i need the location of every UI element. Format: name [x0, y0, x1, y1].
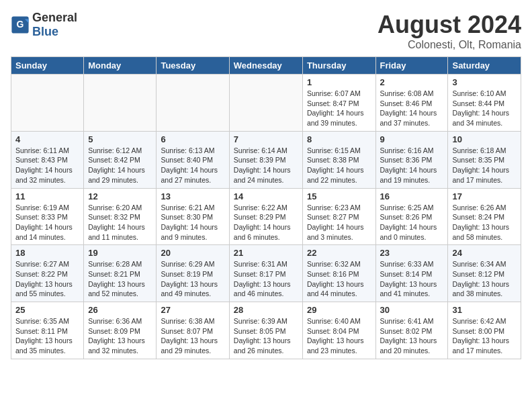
day-number: 22 — [307, 248, 371, 258]
calendar-cell: 6Sunrise: 6:13 AM Sunset: 8:40 PM Daylig… — [157, 131, 229, 188]
calendar-cell: 20Sunrise: 6:29 AM Sunset: 8:19 PM Dayli… — [157, 245, 229, 302]
day-info: Sunrise: 6:42 AM Sunset: 8:00 PM Dayligh… — [452, 316, 517, 356]
day-info: Sunrise: 6:10 AM Sunset: 8:44 PM Dayligh… — [452, 89, 517, 128]
week-row-4: 18Sunrise: 6:27 AM Sunset: 8:22 PM Dayli… — [11, 245, 521, 302]
day-info: Sunrise: 6:40 AM Sunset: 8:04 PM Dayligh… — [307, 316, 371, 356]
day-number: 24 — [452, 248, 517, 258]
calendar-cell: 31Sunrise: 6:42 AM Sunset: 8:00 PM Dayli… — [448, 302, 521, 359]
day-info: Sunrise: 6:25 AM Sunset: 8:26 PM Dayligh… — [380, 203, 444, 242]
calendar-cell: 9Sunrise: 6:16 AM Sunset: 8:36 PM Daylig… — [375, 131, 448, 188]
weekday-header-friday: Friday — [375, 57, 448, 75]
day-number: 23 — [380, 248, 444, 258]
day-info: Sunrise: 6:28 AM Sunset: 8:21 PM Dayligh… — [88, 259, 152, 299]
day-number: 28 — [234, 305, 298, 315]
day-info: Sunrise: 6:31 AM Sunset: 8:17 PM Dayligh… — [234, 259, 298, 299]
day-info: Sunrise: 6:36 AM Sunset: 8:09 PM Dayligh… — [88, 316, 152, 356]
day-info: Sunrise: 6:41 AM Sunset: 8:02 PM Dayligh… — [380, 316, 444, 356]
weekday-header-tuesday: Tuesday — [157, 57, 229, 75]
day-number: 7 — [234, 134, 298, 144]
day-number: 9 — [380, 134, 444, 144]
day-number: 10 — [452, 134, 517, 144]
calendar-cell: 5Sunrise: 6:12 AM Sunset: 8:42 PM Daylig… — [84, 131, 157, 188]
week-row-5: 25Sunrise: 6:35 AM Sunset: 8:11 PM Dayli… — [11, 302, 521, 359]
calendar-cell — [11, 75, 84, 132]
day-number: 31 — [452, 305, 517, 315]
calendar-cell: 22Sunrise: 6:32 AM Sunset: 8:16 PM Dayli… — [302, 245, 375, 302]
weekday-header-saturday: Saturday — [448, 57, 521, 75]
week-row-1: 1Sunrise: 6:07 AM Sunset: 8:47 PM Daylig… — [11, 75, 521, 132]
day-number: 8 — [307, 134, 371, 144]
calendar-cell: 12Sunrise: 6:20 AM Sunset: 8:32 PM Dayli… — [84, 188, 157, 245]
svg-text:G: G — [17, 19, 24, 30]
day-number: 29 — [307, 305, 371, 315]
weekday-header-row: SundayMondayTuesdayWednesdayThursdayFrid… — [11, 57, 521, 75]
calendar-cell: 23Sunrise: 6:33 AM Sunset: 8:14 PM Dayli… — [375, 245, 448, 302]
logo-text: General Blue — [32, 11, 77, 39]
day-info: Sunrise: 6:23 AM Sunset: 8:27 PM Dayligh… — [307, 203, 371, 242]
calendar-cell: 16Sunrise: 6:25 AM Sunset: 8:26 PM Dayli… — [375, 188, 448, 245]
day-info: Sunrise: 6:26 AM Sunset: 8:24 PM Dayligh… — [452, 203, 517, 242]
calendar-cell: 30Sunrise: 6:41 AM Sunset: 8:02 PM Dayli… — [375, 302, 448, 359]
day-number: 13 — [161, 191, 224, 201]
day-info: Sunrise: 6:39 AM Sunset: 8:05 PM Dayligh… — [234, 316, 298, 356]
day-info: Sunrise: 6:32 AM Sunset: 8:16 PM Dayligh… — [307, 259, 371, 299]
day-number: 20 — [161, 248, 224, 258]
calendar-cell: 14Sunrise: 6:22 AM Sunset: 8:29 PM Dayli… — [229, 188, 302, 245]
calendar-cell: 3Sunrise: 6:10 AM Sunset: 8:44 PM Daylig… — [448, 75, 521, 132]
calendar-cell: 24Sunrise: 6:34 AM Sunset: 8:12 PM Dayli… — [448, 245, 521, 302]
day-number: 5 — [88, 134, 152, 144]
calendar-cell: 18Sunrise: 6:27 AM Sunset: 8:22 PM Dayli… — [11, 245, 84, 302]
calendar-cell — [84, 75, 157, 132]
calendar-cell: 29Sunrise: 6:40 AM Sunset: 8:04 PM Dayli… — [302, 302, 375, 359]
calendar-cell: 26Sunrise: 6:36 AM Sunset: 8:09 PM Dayli… — [84, 302, 157, 359]
calendar-cell: 1Sunrise: 6:07 AM Sunset: 8:47 PM Daylig… — [302, 75, 375, 132]
calendar-cell: 10Sunrise: 6:18 AM Sunset: 8:35 PM Dayli… — [448, 131, 521, 188]
day-number: 17 — [452, 191, 517, 201]
day-number: 12 — [88, 191, 152, 201]
calendar-cell: 8Sunrise: 6:15 AM Sunset: 8:38 PM Daylig… — [302, 131, 375, 188]
logo: G General Blue — [11, 11, 77, 39]
calendar-cell — [157, 75, 229, 132]
title-block: August 2024 Colonesti, Olt, Romania — [378, 11, 521, 51]
day-info: Sunrise: 6:07 AM Sunset: 8:47 PM Dayligh… — [307, 89, 371, 128]
day-info: Sunrise: 6:38 AM Sunset: 8:07 PM Dayligh… — [161, 316, 224, 356]
day-info: Sunrise: 6:35 AM Sunset: 8:11 PM Dayligh… — [15, 316, 79, 356]
day-info: Sunrise: 6:34 AM Sunset: 8:12 PM Dayligh… — [452, 259, 517, 299]
day-info: Sunrise: 6:18 AM Sunset: 8:35 PM Dayligh… — [452, 146, 517, 185]
day-info: Sunrise: 6:21 AM Sunset: 8:30 PM Dayligh… — [161, 203, 224, 242]
day-number: 30 — [380, 305, 444, 315]
day-number: 25 — [15, 305, 79, 315]
calendar-cell: 13Sunrise: 6:21 AM Sunset: 8:30 PM Dayli… — [157, 188, 229, 245]
calendar-cell: 7Sunrise: 6:14 AM Sunset: 8:39 PM Daylig… — [229, 131, 302, 188]
weekday-header-thursday: Thursday — [302, 57, 375, 75]
day-number: 2 — [380, 77, 444, 87]
day-info: Sunrise: 6:16 AM Sunset: 8:36 PM Dayligh… — [380, 146, 444, 185]
day-info: Sunrise: 6:22 AM Sunset: 8:29 PM Dayligh… — [234, 203, 298, 242]
day-info: Sunrise: 6:19 AM Sunset: 8:33 PM Dayligh… — [15, 203, 79, 242]
day-info: Sunrise: 6:20 AM Sunset: 8:32 PM Dayligh… — [88, 203, 152, 242]
day-number: 21 — [234, 248, 298, 258]
day-number: 14 — [234, 191, 298, 201]
day-info: Sunrise: 6:12 AM Sunset: 8:42 PM Dayligh… — [88, 146, 152, 185]
day-info: Sunrise: 6:27 AM Sunset: 8:22 PM Dayligh… — [15, 259, 79, 299]
location: Colonesti, Olt, Romania — [378, 39, 521, 51]
day-info: Sunrise: 6:33 AM Sunset: 8:14 PM Dayligh… — [380, 259, 444, 299]
day-number: 4 — [15, 134, 79, 144]
weekday-header-monday: Monday — [84, 57, 157, 75]
day-info: Sunrise: 6:14 AM Sunset: 8:39 PM Dayligh… — [234, 146, 298, 185]
logo-icon: G — [11, 15, 30, 34]
day-info: Sunrise: 6:29 AM Sunset: 8:19 PM Dayligh… — [161, 259, 224, 299]
day-info: Sunrise: 6:11 AM Sunset: 8:43 PM Dayligh… — [15, 146, 79, 185]
calendar-cell: 28Sunrise: 6:39 AM Sunset: 8:05 PM Dayli… — [229, 302, 302, 359]
day-number: 19 — [88, 248, 152, 258]
day-info: Sunrise: 6:08 AM Sunset: 8:46 PM Dayligh… — [380, 89, 444, 128]
day-info: Sunrise: 6:15 AM Sunset: 8:38 PM Dayligh… — [307, 146, 371, 185]
day-number: 18 — [15, 248, 79, 258]
month-year: August 2024 — [378, 11, 521, 39]
logo-blue: Blue — [32, 25, 58, 38]
logo-general: General — [32, 11, 77, 24]
day-number: 6 — [161, 134, 224, 144]
day-number: 16 — [380, 191, 444, 201]
calendar-cell: 25Sunrise: 6:35 AM Sunset: 8:11 PM Dayli… — [11, 302, 84, 359]
week-row-2: 4Sunrise: 6:11 AM Sunset: 8:43 PM Daylig… — [11, 131, 521, 188]
